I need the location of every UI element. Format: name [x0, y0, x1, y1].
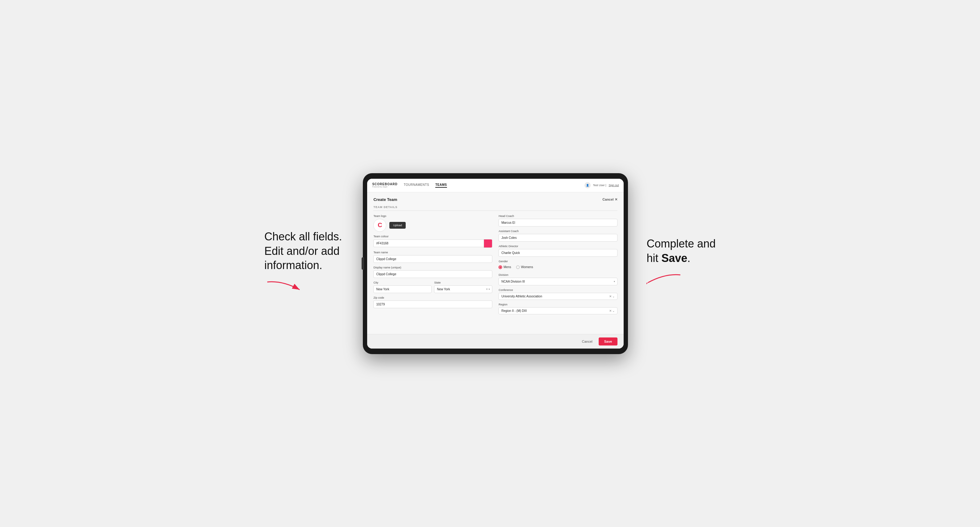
conference-label: Conference	[498, 289, 617, 292]
colour-swatch[interactable]	[484, 239, 492, 248]
display-name-input[interactable]	[373, 270, 492, 278]
gender-womens-option[interactable]: Womens	[516, 265, 533, 269]
sign-out-link[interactable]: Sign out	[609, 184, 619, 187]
zipcode-label: Zip code	[373, 296, 492, 299]
gender-womens-radio[interactable]	[516, 265, 520, 269]
tablet-screen: SCOREBOARD Powered by clippd TOURNAMENTS…	[367, 179, 624, 349]
state-label: State	[434, 281, 492, 284]
nav-right: 👤 Test User | Sign out	[584, 182, 619, 188]
save-button[interactable]: Save	[599, 338, 618, 346]
cancel-button[interactable]: Cancel	[579, 338, 595, 345]
athletic-director-label: Athletic Director	[498, 245, 617, 248]
right-annotation: Complete and hit Save.	[646, 237, 716, 266]
cancel-top-link[interactable]: Cancel ✕	[602, 198, 617, 202]
colour-field	[373, 239, 492, 248]
gender-field: Gender Mens Womens	[498, 260, 617, 270]
form-right: Head Coach Assistant Coach Athletic Dire…	[498, 214, 617, 314]
nav-links: TOURNAMENTS TEAMS	[404, 183, 447, 188]
division-select[interactable]: NCAA Division III	[498, 278, 617, 286]
assistant-coach-field: Assistant Coach	[498, 230, 617, 241]
region-value: Region II - (M) DIII	[501, 309, 527, 313]
city-label: City	[373, 281, 431, 284]
colour-input[interactable]	[373, 240, 484, 247]
section-header: TEAM DETAILS	[373, 206, 617, 211]
zipcode-field: Zip code	[373, 296, 492, 308]
gender-mens-option[interactable]: Mens	[498, 265, 511, 269]
conference-field: Conference University Athletic Associati…	[498, 289, 617, 300]
region-tag-input[interactable]: Region II - (M) DIII ✕ ⌄	[498, 307, 617, 314]
head-coach-field: Head Coach	[498, 214, 617, 227]
team-colour-field: Team colour	[373, 235, 492, 248]
right-annotation-container: Complete and hit Save.	[646, 237, 716, 290]
conference-value: University Athletic Association	[501, 295, 542, 298]
conference-tag-input[interactable]: University Athletic Association ✕ ⌄	[498, 293, 617, 300]
region-label: Region	[498, 303, 617, 306]
sidebar-tab	[362, 257, 364, 270]
team-name-field: Team name	[373, 251, 492, 263]
region-clear-icon[interactable]: ✕ ⌄	[609, 309, 615, 313]
head-coach-input[interactable]	[498, 219, 617, 227]
display-name-label: Display name (unique)	[373, 266, 492, 269]
assistant-coach-input[interactable]	[498, 234, 617, 241]
user-avatar: 👤	[584, 182, 591, 188]
navbar: SCOREBOARD Powered by clippd TOURNAMENTS…	[367, 179, 624, 192]
gender-label: Gender	[498, 260, 617, 263]
logo-circle: C	[373, 219, 386, 232]
logo-area: C Upload	[373, 219, 492, 232]
city-input[interactable]	[373, 286, 431, 293]
team-name-input[interactable]	[373, 255, 492, 263]
right-arrow-svg	[646, 272, 683, 290]
left-arrow-svg	[264, 279, 301, 297]
city-state-field: City State New York ✕ ▾	[373, 281, 492, 293]
form-left: Team logo C Upload Team colour	[373, 214, 492, 314]
city-field: City	[373, 281, 431, 293]
gender-mens-radio[interactable]	[498, 265, 502, 269]
form-grid: Team logo C Upload Team colour	[373, 214, 617, 314]
city-state-row: City State New York ✕ ▾	[373, 281, 492, 293]
gender-options: Mens Womens	[498, 264, 617, 270]
display-name-field: Display name (unique)	[373, 266, 492, 278]
state-select-wrapper: New York ✕ ▾	[434, 286, 492, 293]
head-coach-label: Head Coach	[498, 214, 617, 217]
division-label: Division	[498, 273, 617, 276]
team-logo-label: Team logo	[373, 214, 492, 217]
state-field: State New York ✕ ▾	[434, 281, 492, 293]
team-colour-label: Team colour	[373, 235, 492, 238]
conference-clear-icon[interactable]: ✕ ⌄	[609, 295, 615, 298]
left-annotation: Check all fields. Edit and/or add inform…	[264, 230, 344, 273]
division-select-wrapper: NCAA Division III ▾	[498, 278, 617, 286]
team-logo-field: Team logo C Upload	[373, 214, 492, 232]
state-select[interactable]: New York	[434, 286, 492, 293]
app-logo: SCOREBOARD Powered by clippd	[372, 183, 397, 188]
athletic-director-field: Athletic Director	[498, 245, 617, 257]
region-field: Region Region II - (M) DIII ✕ ⌄	[498, 303, 617, 314]
assistant-coach-label: Assistant Coach	[498, 230, 617, 233]
nav-teams[interactable]: TEAMS	[435, 183, 447, 188]
nav-tournaments[interactable]: TOURNAMENTS	[404, 183, 430, 188]
page-title-row: Create Team Cancel ✕	[373, 197, 617, 202]
team-name-label: Team name	[373, 251, 492, 254]
upload-button[interactable]: Upload	[389, 222, 406, 229]
form-footer: Cancel Save	[367, 334, 624, 349]
zipcode-input[interactable]	[373, 300, 492, 308]
tablet-frame: SCOREBOARD Powered by clippd TOURNAMENTS…	[363, 173, 628, 354]
main-content: Create Team Cancel ✕ TEAM DETAILS Team l…	[367, 192, 624, 334]
radio-dot	[500, 266, 501, 268]
page-title: Create Team	[373, 197, 397, 202]
division-field: Division NCAA Division III ▾	[498, 273, 617, 286]
athletic-director-input[interactable]	[498, 249, 617, 257]
